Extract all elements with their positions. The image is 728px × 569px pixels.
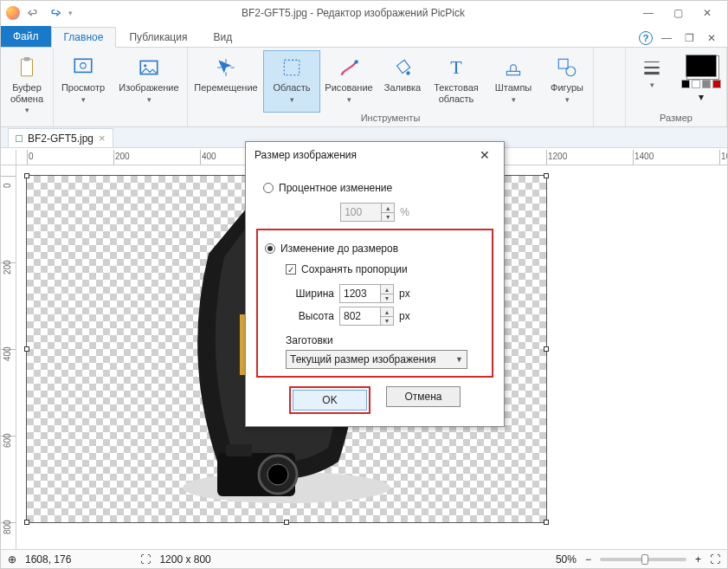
resize-handle-ne[interactable] [544,173,549,178]
close-button[interactable]: ✕ [693,3,722,23]
radio-percent-label: Процентное изменение [279,182,392,194]
minimize-button[interactable]: — [634,3,663,23]
radio-pixels-label: Изменение до размеров [280,242,398,255]
help-button[interactable]: ? [639,31,653,45]
ok-button[interactable]: OK [293,390,367,411]
svg-rect-9 [506,71,519,74]
px-unit: px [399,288,410,300]
width-field[interactable] [339,284,381,303]
width-label: Ширина [286,288,334,300]
image-size: 1200 x 800 [159,553,210,566]
radio-icon [265,243,275,254]
presets-combobox[interactable]: Текущий размер изображения ▼ [286,350,467,369]
tool-select-region[interactable]: Область ▾ [264,51,319,112]
zoom-in-button[interactable]: + [695,553,701,566]
image-size-icon: ⛶ [140,553,151,566]
resize-handle-sw[interactable] [24,520,29,525]
spin-down-icon: ▼ [382,212,394,221]
chevron-down-icon: ▼ [455,355,463,364]
resize-handle-se[interactable] [544,520,549,525]
vertical-ruler: 0200400600800 [1,165,16,549]
svg-point-8 [406,71,409,74]
svg-point-5 [144,64,146,67]
spin-up-icon[interactable]: ▲ [381,285,393,294]
resize-handle-s[interactable] [284,520,289,525]
height-label: Высота [286,310,334,322]
tool-fill[interactable]: Заливка [378,51,427,112]
width-input[interactable]: ▲▼ [339,284,394,303]
document-tab[interactable]: BF2-GFT5.jpg × [8,128,113,147]
file-tab[interactable]: Файл [1,26,51,47]
preset-value: Текущий размер изображения [290,353,435,365]
radio-icon [263,183,274,193]
spin-up-icon[interactable]: ▲ [381,307,393,316]
tab-view[interactable]: Вид [200,26,245,47]
ribbon: Буфер обмена ▾ Просмотр ▾ Изображение ▾ [1,48,727,127]
tool-move[interactable]: Перемещение [190,51,262,112]
tool-stamps[interactable]: Штампы ▾ [486,51,541,112]
radio-percent[interactable]: Процентное изменение [263,182,493,194]
preview-button[interactable]: Просмотр ▾ [55,51,111,112]
zoom-out-button[interactable]: − [585,553,591,566]
svg-rect-0 [22,59,33,76]
ok-highlight: OK [289,386,370,414]
spin-down-icon[interactable]: ▼ [381,294,393,302]
spin-up-icon: ▲ [382,204,394,212]
resize-handle-e[interactable] [544,346,549,352]
clipboard-button[interactable]: Буфер обмена ▾ [3,51,51,112]
tool-text[interactable]: T Текстовая область [428,51,484,112]
tool-draw[interactable]: Рисование ▾ [321,51,377,112]
undo-button[interactable] [23,3,42,23]
px-unit: px [399,310,410,322]
ruler-origin [1,150,16,165]
fit-button[interactable]: ⛶ [710,553,720,566]
tab-publish[interactable]: Публикация [116,26,200,47]
percent-field [340,203,382,222]
zoom-slider[interactable] [600,558,686,561]
percent-unit: % [400,206,409,218]
ribbon-tabs: Файл Главное Публикация Вид ? — ❐ ✕ [1,25,727,48]
highlight-box: Изменение до размеров ✓ Сохранять пропор… [256,229,493,378]
tool-shapes[interactable]: Фигуры ▾ [543,51,591,112]
close-tab-icon[interactable]: × [99,132,106,145]
ribbon-close-button[interactable]: ✕ [703,29,720,47]
resize-dialog: Размер изображения ✕ Процентное изменени… [245,141,505,427]
height-field[interactable] [339,307,381,326]
redo-button[interactable] [46,3,65,23]
app-icon [6,6,20,20]
color-picker[interactable]: ▾ [678,51,725,107]
svg-point-3 [81,63,87,69]
slider-thumb[interactable] [641,554,648,565]
checkbox-icon: ✓ [286,264,296,275]
image-button[interactable]: Изображение ▾ [113,51,185,112]
spin-down-icon[interactable]: ▼ [381,316,393,325]
ribbon-minimize-button[interactable]: — [658,29,675,47]
resize-handle-w[interactable] [24,346,29,352]
window-title: BF2-GFT5.jpg - Редактор изображений PicP… [73,7,634,19]
svg-rect-2 [74,59,92,72]
resize-handle-nw[interactable] [24,173,29,178]
dialog-close-button[interactable]: ✕ [474,145,495,165]
maximize-button[interactable]: ▢ [663,3,693,23]
presets-label: Заготовки [286,334,485,346]
document-tab-label: BF2-GFT5.jpg [28,133,93,145]
keep-ratio-checkbox[interactable]: ✓ Сохранять пропорции [286,263,485,275]
height-input[interactable]: ▲▼ [339,307,394,326]
stroke-width-button[interactable]: ▾ [628,51,676,112]
svg-rect-6 [284,60,299,74]
doc-icon [16,135,23,142]
svg-point-7 [355,60,358,63]
cursor-position: 1608, 176 [25,553,71,566]
foreground-color-swatch[interactable] [686,55,717,77]
svg-rect-10 [558,59,568,68]
cancel-button[interactable]: Отмена [386,386,461,407]
dialog-title: Размер изображения [254,149,357,161]
percent-input: ▲▼ [340,203,395,222]
radio-pixels[interactable]: Изменение до размеров [265,242,485,255]
svg-rect-1 [24,57,30,61]
cursor-pos-icon: ⊕ [8,553,16,566]
dialog-titlebar[interactable]: Размер изображения ✕ [246,142,504,168]
title-bar: ▾ BF2-GFT5.jpg - Редактор изображений Pi… [1,1,727,25]
ribbon-restore-button[interactable]: ❐ [680,29,698,47]
tab-main[interactable]: Главное [51,27,117,48]
